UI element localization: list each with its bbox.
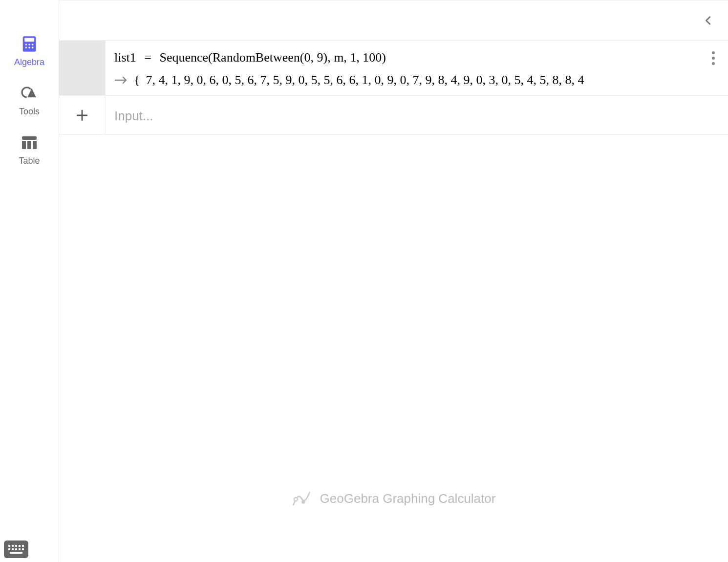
expression-line[interactable]: list1 = Sequence(RandomBetween(0, 9), m,… bbox=[114, 50, 690, 65]
graph-logo-icon bbox=[292, 489, 311, 508]
svg-point-4 bbox=[32, 44, 33, 45]
virtual-keyboard-button[interactable] bbox=[4, 540, 28, 558]
tools-icon bbox=[21, 85, 38, 102]
footer-brand: GeoGebra Graphing Calculator bbox=[292, 489, 496, 508]
output-line: {7, 4, 1, 9, 0, 6, 0, 5, 6, 7, 5, 9, 0, … bbox=[114, 73, 690, 87]
svg-rect-9 bbox=[22, 136, 37, 140]
expression-body: Sequence(RandomBetween(0, 9), m, 1, 100) bbox=[159, 50, 386, 65]
algebra-rows: list1 = Sequence(RandomBetween(0, 9), m,… bbox=[59, 41, 728, 135]
more-vertical-icon bbox=[712, 51, 715, 65]
add-row-button[interactable] bbox=[59, 96, 106, 134]
svg-point-7 bbox=[32, 47, 33, 48]
sidebar-item-label: Tools bbox=[19, 107, 40, 117]
main-panel: list1 = Sequence(RandomBetween(0, 9), m,… bbox=[59, 0, 728, 562]
object-name: list1 bbox=[114, 50, 136, 65]
svg-point-2 bbox=[25, 44, 27, 45]
sidebar-item-table[interactable]: Table bbox=[0, 126, 59, 175]
output-arrow-icon bbox=[114, 73, 128, 87]
sidebar-item-tools[interactable]: Tools bbox=[0, 76, 59, 126]
row-handle[interactable] bbox=[59, 41, 106, 95]
row-content: list1 = Sequence(RandomBetween(0, 9), m,… bbox=[106, 41, 699, 95]
svg-rect-1 bbox=[24, 38, 34, 42]
topbar bbox=[59, 0, 728, 41]
svg-point-5 bbox=[25, 47, 27, 48]
sidebar-item-label: Table bbox=[19, 156, 40, 166]
footer-brand-text: GeoGebra Graphing Calculator bbox=[320, 491, 496, 506]
svg-point-13 bbox=[294, 497, 297, 501]
keyboard-icon bbox=[8, 545, 24, 554]
sidebar-item-algebra[interactable]: Algebra bbox=[0, 27, 59, 76]
svg-point-6 bbox=[28, 47, 30, 48]
plus-icon bbox=[76, 109, 88, 122]
chevron-left-icon bbox=[703, 15, 714, 26]
sidebar-item-label: Algebra bbox=[14, 57, 44, 67]
svg-point-14 bbox=[301, 500, 305, 504]
calculator-icon bbox=[21, 36, 38, 52]
new-input-row bbox=[59, 96, 728, 135]
svg-rect-10 bbox=[22, 141, 26, 149]
table-icon bbox=[21, 134, 38, 151]
output-open-brace: { bbox=[134, 73, 140, 87]
svg-rect-12 bbox=[33, 141, 37, 149]
sidebar: Algebra Tools Table bbox=[0, 0, 59, 562]
expression-input[interactable] bbox=[114, 108, 719, 124]
output-values: 7, 4, 1, 9, 0, 6, 0, 5, 6, 7, 5, 9, 0, 5… bbox=[146, 73, 584, 87]
input-cell bbox=[106, 96, 728, 134]
equals-sign: = bbox=[144, 50, 151, 65]
algebra-entry-row[interactable]: list1 = Sequence(RandomBetween(0, 9), m,… bbox=[59, 41, 728, 96]
svg-point-3 bbox=[28, 44, 30, 45]
row-more-button[interactable] bbox=[699, 41, 728, 95]
svg-rect-11 bbox=[27, 141, 31, 149]
collapse-panel-button[interactable] bbox=[699, 11, 718, 30]
